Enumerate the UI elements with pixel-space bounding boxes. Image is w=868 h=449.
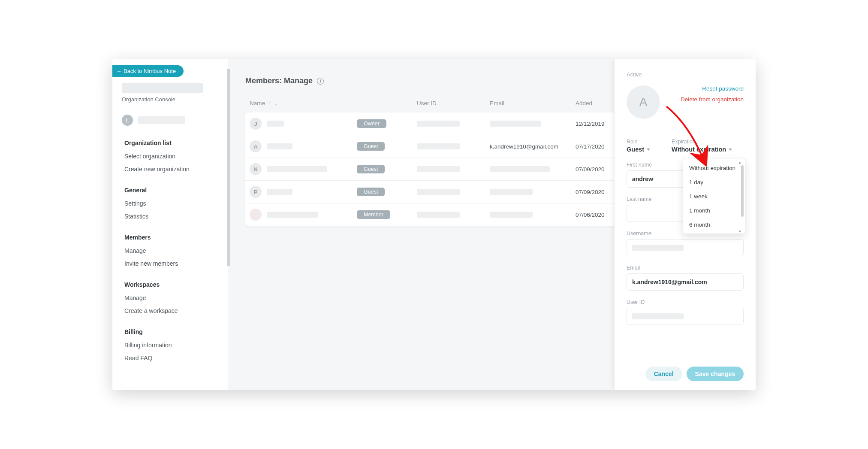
- arrow-left-icon: ←: [117, 68, 122, 74]
- row-avatar: [250, 209, 262, 221]
- chevron-down-icon: [647, 149, 650, 151]
- row-userid-placeholder: [417, 121, 460, 127]
- row-avatar: P: [250, 186, 262, 198]
- role-badge: Owner: [357, 119, 386, 128]
- current-user-name: [138, 116, 185, 124]
- row-email-placeholder: [490, 189, 533, 195]
- role-badge: Guest: [357, 188, 385, 196]
- role-value: Guest: [627, 146, 644, 153]
- email-input[interactable]: [627, 273, 744, 291]
- row-email-placeholder: [490, 212, 533, 218]
- chevron-down-icon: [729, 149, 732, 151]
- row-name-placeholder: [267, 143, 292, 149]
- org-subtitle: Organization Console: [122, 96, 218, 103]
- member-detail-panel: Active A Reset password Delete from orga…: [614, 59, 756, 390]
- nav-create-workspace[interactable]: Create a workspace: [112, 304, 228, 317]
- exp-option-without[interactable]: Without expiration: [683, 161, 745, 175]
- current-user-row[interactable]: L: [112, 107, 228, 128]
- row-avatar: N: [250, 163, 262, 175]
- group-title-members: Members: [112, 231, 228, 244]
- expiration-menu: ▴ Without expiration 1 day 1 week 1 mont…: [683, 159, 745, 234]
- org-logo-placeholder: [122, 83, 203, 93]
- panel-avatar: A: [627, 85, 660, 119]
- exp-option-6month[interactable]: 6 month: [683, 218, 745, 232]
- row-email-placeholder: [490, 166, 550, 172]
- page-title: Members: Manage: [245, 76, 313, 85]
- expiration-value: Without expiration: [672, 146, 726, 153]
- app-window: ← Back to Nimbus Note Organization Conso…: [112, 59, 756, 390]
- scroll-up-icon[interactable]: ▴: [739, 160, 743, 164]
- nav-workspaces-manage[interactable]: Manage: [112, 291, 228, 304]
- nav-invite-members[interactable]: Invite new members: [112, 257, 228, 270]
- role-dropdown[interactable]: Guest: [627, 146, 650, 153]
- row-userid-placeholder: [417, 143, 460, 149]
- exp-option-1day[interactable]: 1 day: [683, 175, 745, 189]
- row-email: k.andrew1910@gmail.com: [490, 143, 571, 150]
- userid-input[interactable]: [627, 308, 744, 325]
- sort-desc-icon[interactable]: ↓: [274, 100, 277, 106]
- exp-option-1week[interactable]: 1 week: [683, 189, 745, 203]
- group-title-org-list: Organization list: [112, 136, 228, 150]
- row-userid-placeholder: [417, 212, 460, 218]
- row-userid-placeholder: [417, 189, 460, 195]
- row-email-placeholder: [490, 121, 541, 127]
- row-name-placeholder: [267, 189, 292, 195]
- nav-members-manage[interactable]: Manage: [112, 244, 228, 257]
- role-label: Role: [627, 139, 650, 145]
- back-label: Back to Nimbus Note: [124, 68, 176, 74]
- exp-option-1month[interactable]: 1 month: [683, 203, 745, 218]
- info-icon[interactable]: i: [317, 78, 324, 85]
- group-title-workspaces: Workspaces: [112, 278, 228, 291]
- current-user-avatar: L: [122, 115, 133, 126]
- username-input[interactable]: [627, 239, 744, 256]
- row-userid-placeholder: [417, 166, 460, 172]
- delete-from-org-link[interactable]: Delete from organization: [681, 96, 744, 103]
- row-name-placeholder: [267, 212, 318, 218]
- sort-asc-icon[interactable]: ↑: [268, 100, 271, 106]
- reset-password-link[interactable]: Reset password: [681, 85, 744, 92]
- userid-label: User ID: [627, 299, 744, 305]
- username-placeholder: [632, 245, 684, 251]
- back-to-nimbus-button[interactable]: ← Back to Nimbus Note: [112, 65, 184, 77]
- row-avatar: J: [250, 118, 262, 130]
- col-email[interactable]: Email: [490, 100, 571, 106]
- row-name-placeholder: [267, 121, 284, 127]
- row-name-placeholder: [267, 166, 327, 172]
- panel-status: Active: [627, 71, 744, 78]
- role-badge: Member: [357, 210, 390, 219]
- col-name[interactable]: Name: [250, 100, 265, 106]
- save-changes-button[interactable]: Save changes: [687, 367, 744, 381]
- nav-billing-info[interactable]: Billing information: [112, 339, 228, 352]
- nav-settings[interactable]: Settings: [112, 197, 228, 210]
- expiration-dropdown[interactable]: Without expiration: [672, 146, 732, 153]
- role-badge: Guest: [357, 142, 385, 151]
- org-block: Organization Console: [112, 81, 228, 107]
- nav-statistics[interactable]: Statistics: [112, 210, 228, 223]
- nav-read-faq[interactable]: Read FAQ: [112, 352, 228, 364]
- row-avatar: A: [250, 140, 262, 152]
- group-title-billing: Billing: [112, 325, 228, 339]
- menu-scrollbar[interactable]: [741, 165, 744, 217]
- sidebar: Organization Console L Organization list…: [112, 59, 228, 390]
- group-title-general: General: [112, 183, 228, 197]
- expiration-label: Expiration: [672, 139, 732, 145]
- userid-placeholder: [632, 313, 684, 319]
- nav-select-organization[interactable]: Select organization: [112, 150, 228, 163]
- cancel-button[interactable]: Cancel: [645, 367, 682, 381]
- nav-create-organization[interactable]: Create new organization: [112, 163, 228, 176]
- scroll-down-icon[interactable]: ▾: [739, 229, 743, 233]
- col-user-id[interactable]: User ID: [417, 100, 485, 106]
- role-badge: Guest: [357, 165, 385, 173]
- email-label: Email: [627, 265, 744, 271]
